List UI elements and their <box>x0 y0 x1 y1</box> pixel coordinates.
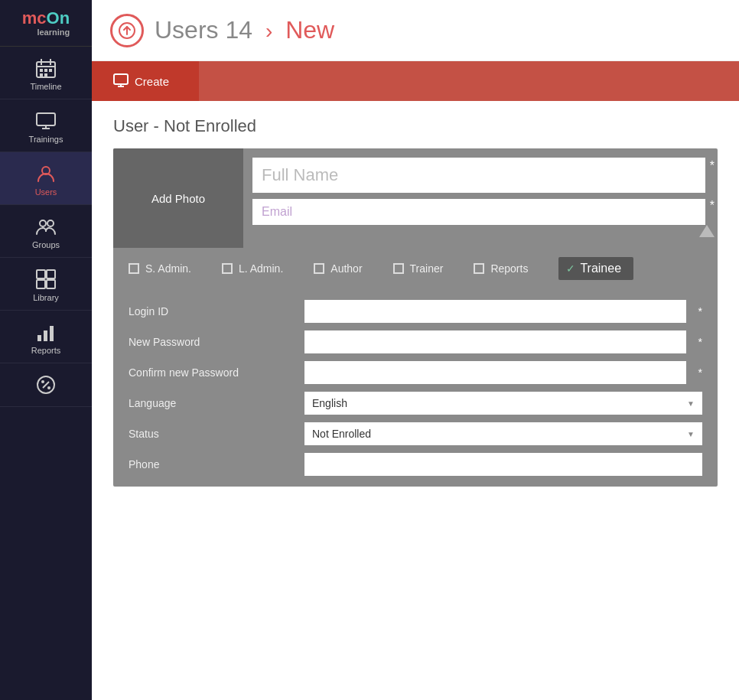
trainee-label: Trainee <box>580 262 621 275</box>
svg-rect-19 <box>37 335 41 341</box>
phone-label: Phone <box>129 458 297 470</box>
form-fields: Login ID * New Password * Confirm <box>113 289 718 487</box>
content-area: User - Not Enrolled Add Photo * * <box>92 101 739 502</box>
groups-label: Groups <box>32 240 60 249</box>
trainee-checkmark: ✓ <box>566 262 575 275</box>
svg-point-25 <box>47 386 50 389</box>
create-label: Create <box>135 75 169 88</box>
groups-icon <box>35 216 57 237</box>
sidebar: mcOn learning Timeline <box>0 0 92 700</box>
svg-point-13 <box>40 220 46 226</box>
role-trainee-selected[interactable]: ✓ Trainee <box>558 257 633 280</box>
s-admin-checkbox[interactable] <box>129 263 139 274</box>
role-s-admin[interactable]: S. Admin. <box>129 262 191 275</box>
sidebar-item-reports[interactable]: Reports <box>0 311 92 363</box>
trainings-label: Trainings <box>29 135 63 144</box>
login-id-wrap <box>304 300 686 323</box>
svg-rect-16 <box>47 270 55 278</box>
login-id-label: Login ID <box>129 305 297 317</box>
reports-icon <box>35 321 57 343</box>
sidebar-item-groups[interactable]: Groups <box>0 205 92 258</box>
sidebar-item-more[interactable] <box>0 363 92 407</box>
back-button[interactable] <box>110 14 144 47</box>
l-admin-label: L. Admin. <box>239 262 283 275</box>
reports-checkbox[interactable] <box>474 263 484 274</box>
sidebar-item-trainings[interactable]: Trainings <box>0 99 92 152</box>
breadcrumb-separator: › <box>265 19 272 43</box>
email-input[interactable] <box>252 199 705 225</box>
page-title: Users 14 › New <box>155 16 334 44</box>
full-name-input[interactable] <box>252 158 705 193</box>
author-checkbox[interactable] <box>314 263 324 274</box>
role-author[interactable]: Author <box>314 262 362 275</box>
phone-wrap <box>304 453 702 476</box>
user-form-card: Add Photo * * S. Admin. L. Ad <box>113 148 718 487</box>
svg-rect-21 <box>50 326 54 341</box>
sidebar-item-users[interactable]: Users <box>0 152 92 205</box>
svg-rect-8 <box>44 73 47 77</box>
language-row: Language English French Spanish German <box>129 392 702 415</box>
top-row: Add Photo * * <box>113 148 718 248</box>
author-label: Author <box>330 262 362 275</box>
confirm-password-star: * <box>698 366 702 379</box>
add-photo-label: Add Photo <box>151 192 205 205</box>
add-photo-button[interactable]: Add Photo <box>113 148 243 248</box>
trainer-label: Trainer <box>410 262 444 275</box>
logo: mcOn learning <box>0 0 92 47</box>
svg-rect-4 <box>40 69 43 72</box>
confirm-password-wrap <box>304 361 686 384</box>
new-password-wrap <box>304 330 686 353</box>
svg-rect-9 <box>37 113 55 125</box>
role-trainer[interactable]: Trainer <box>393 262 444 275</box>
svg-point-24 <box>41 380 44 383</box>
more-icon <box>35 374 57 396</box>
svg-rect-6 <box>49 69 52 72</box>
actionbar: Create <box>92 61 739 101</box>
create-icon <box>113 72 129 91</box>
breadcrumb-new: New <box>285 16 334 44</box>
svg-rect-5 <box>44 69 47 72</box>
svg-rect-15 <box>37 270 45 278</box>
reports-label: Reports <box>490 262 528 275</box>
confirm-password-row: Confirm new Password * <box>129 361 702 384</box>
role-l-admin[interactable]: L. Admin. <box>222 262 283 275</box>
login-id-row: Login ID * <box>129 300 702 323</box>
trainings-icon <box>35 110 57 132</box>
sidebar-item-library[interactable]: Library <box>0 258 92 311</box>
expand-button[interactable] <box>699 225 715 237</box>
confirm-password-input[interactable] <box>304 361 686 384</box>
login-id-star: * <box>698 305 702 317</box>
new-password-row: New Password * <box>129 330 702 353</box>
section-title: User - Not Enrolled <box>113 116 718 136</box>
status-row: Status Not Enrolled Enrolled Active Inac… <box>129 422 702 445</box>
phone-input[interactable] <box>304 453 702 476</box>
timeline-icon <box>35 57 57 79</box>
l-admin-checkbox[interactable] <box>222 263 233 274</box>
language-select[interactable]: English French Spanish German <box>304 392 702 415</box>
svg-rect-17 <box>37 280 45 288</box>
users-label: Users <box>35 187 57 197</box>
reports-label: Reports <box>31 346 61 355</box>
svg-point-14 <box>47 220 54 226</box>
svg-rect-18 <box>47 280 55 288</box>
new-password-star: * <box>698 336 702 348</box>
new-password-input[interactable] <box>304 330 686 353</box>
roles-row: S. Admin. L. Admin. Author Trainer Repor… <box>113 248 718 289</box>
topbar: Users 14 › New <box>92 0 739 61</box>
users-icon <box>35 163 57 184</box>
status-select[interactable]: Not Enrolled Enrolled Active Inactive <box>304 422 702 445</box>
status-select-wrap: Not Enrolled Enrolled Active Inactive <box>304 422 702 445</box>
trainer-checkbox[interactable] <box>393 263 404 274</box>
svg-rect-7 <box>40 73 43 77</box>
sidebar-item-timeline[interactable]: Timeline <box>0 47 92 99</box>
language-label: Language <box>129 397 297 409</box>
login-id-input[interactable] <box>304 300 686 323</box>
svg-rect-20 <box>44 330 47 341</box>
create-button[interactable]: Create <box>92 61 199 101</box>
new-password-label: New Password <box>129 336 297 348</box>
role-reports[interactable]: Reports <box>474 262 528 275</box>
phone-row: Phone <box>129 453 702 476</box>
status-label: Status <box>129 428 297 440</box>
email-required-star: * <box>710 199 715 213</box>
library-icon <box>35 269 57 290</box>
